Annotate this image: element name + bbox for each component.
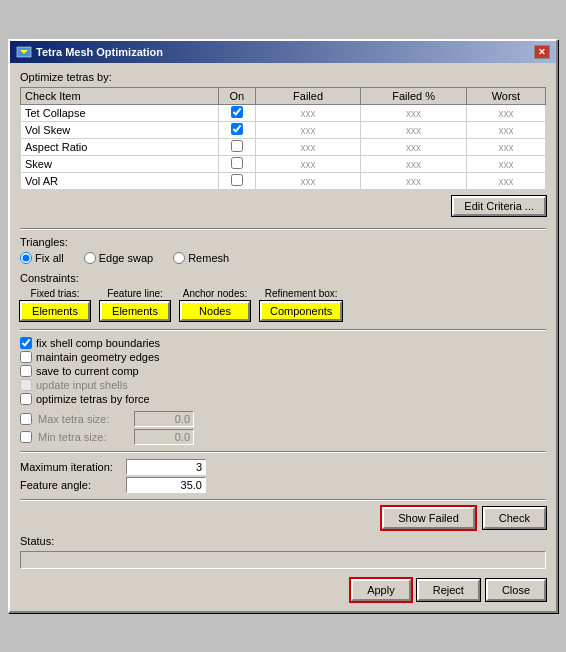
criteria-table: Check Item On Failed Failed % Worst Tet … (20, 87, 546, 190)
window-icon (16, 44, 32, 60)
cell-worst-2: xxx (466, 139, 545, 156)
cell-failedpct-3: xxx (361, 156, 467, 173)
constraint-btn-2[interactable]: Nodes (180, 301, 250, 321)
cell-failedpct-4: xxx (361, 173, 467, 190)
radio-fix-all[interactable]: Fix all (20, 252, 64, 264)
constraints-label: Constraints: (20, 272, 546, 284)
separator-3 (20, 451, 546, 453)
cell-worst-4: xxx (466, 173, 545, 190)
checkbox-label-2: save to current comp (36, 365, 139, 377)
constraint-group-0: Fixed trias: Elements (20, 288, 90, 321)
cell-name-4: Vol AR (21, 173, 219, 190)
size-input-row-1: Min tetra size: (20, 429, 546, 445)
checkbox-row-3: update input shells (20, 379, 546, 391)
checkbox-label-1: maintain geometry edges (36, 351, 160, 363)
checkbox-0[interactable] (20, 337, 32, 349)
cell-failedpct-0: xxx (361, 105, 467, 122)
feature-angle-input[interactable] (126, 477, 206, 493)
checkbox-row-0: fix shell comp boundaries (20, 337, 546, 349)
col-header-on: On (218, 88, 255, 105)
cell-worst-0: xxx (466, 105, 545, 122)
checkbox-2[interactable] (20, 365, 32, 377)
constraint-label-3: Refinement box: (265, 288, 338, 299)
checkbox-row-4: optimize tetras by force (20, 393, 546, 405)
size-input-1 (134, 429, 194, 445)
separator-2 (20, 329, 546, 331)
table-row: Skew xxx xxx xxx (21, 156, 546, 173)
show-failed-button[interactable]: Show Failed (382, 507, 475, 529)
constraint-btn-1[interactable]: Elements (100, 301, 170, 321)
constraint-label-2: Anchor nodes: (183, 288, 248, 299)
checkbox-row-1: maintain geometry edges (20, 351, 546, 363)
constraint-group-3: Refinement box: Components (260, 288, 342, 321)
cell-name-3: Skew (21, 156, 219, 173)
size-checkbox-1[interactable] (20, 431, 32, 443)
cell-name-0: Tet Collapse (21, 105, 219, 122)
size-label-0: Max tetra size: (38, 413, 128, 425)
radio-edge-swap[interactable]: Edge swap (84, 252, 153, 264)
checkbox-1[interactable] (20, 351, 32, 363)
cell-failed-1: xxx (255, 122, 361, 139)
iteration-label: Maximum iteration: (20, 461, 120, 473)
table-row: Tet Collapse xxx xxx xxx (21, 105, 546, 122)
window-title: Tetra Mesh Optimization (36, 46, 163, 58)
main-window: Tetra Mesh Optimization ✕ Optimize tetra… (8, 39, 558, 613)
bottom-button-row: Apply Reject Close (20, 575, 546, 603)
table-row: Vol Skew xxx xxx xxx (21, 122, 546, 139)
separator-4 (20, 499, 546, 501)
checkbox-label-3: update input shells (36, 379, 128, 391)
cell-failedpct-2: xxx (361, 139, 467, 156)
constraint-btn-3[interactable]: Components (260, 301, 342, 321)
radio-remesh[interactable]: Remesh (173, 252, 229, 264)
iteration-input[interactable] (126, 459, 206, 475)
checkbox-label-4: optimize tetras by force (36, 393, 150, 405)
cell-on-0[interactable] (218, 105, 255, 122)
cell-worst-1: xxx (466, 122, 545, 139)
constraints-row: Fixed trias: Elements Feature line: Elem… (20, 288, 546, 321)
constraint-group-1: Feature line: Elements (100, 288, 170, 321)
check-button[interactable]: Check (483, 507, 546, 529)
optimize-label: Optimize tetras by: (20, 71, 546, 83)
cell-failed-3: xxx (255, 156, 361, 173)
cell-failedpct-1: xxx (361, 122, 467, 139)
cell-failed-2: xxx (255, 139, 361, 156)
table-row: Aspect Ratio xxx xxx xxx (21, 139, 546, 156)
triangles-radio-group: Fix all Edge swap Remesh (20, 252, 546, 264)
size-input-0 (134, 411, 194, 427)
col-header-failedpct: Failed % (361, 88, 467, 105)
action-row: Show Failed Check (20, 507, 546, 529)
cell-on-1[interactable] (218, 122, 255, 139)
apply-button[interactable]: Apply (351, 579, 411, 601)
status-section: Status: (20, 535, 546, 569)
window-content: Optimize tetras by: Check Item On Failed… (10, 63, 556, 611)
checkbox-label-0: fix shell comp boundaries (36, 337, 160, 349)
separator-1 (20, 228, 546, 230)
constraint-label-1: Feature line: (107, 288, 163, 299)
edit-criteria-button[interactable]: Edit Criteria ... (452, 196, 546, 216)
constraint-group-2: Anchor nodes: Nodes (180, 288, 250, 321)
col-header-worst: Worst (466, 88, 545, 105)
status-box (20, 551, 546, 569)
cell-failed-0: xxx (255, 105, 361, 122)
feature-angle-label: Feature angle: (20, 479, 120, 491)
size-label-1: Min tetra size: (38, 431, 128, 443)
close-button[interactable]: Close (486, 579, 546, 601)
close-window-button[interactable]: ✕ (534, 45, 550, 59)
checkbox-row-2: save to current comp (20, 365, 546, 377)
constraint-label-0: Fixed trias: (31, 288, 80, 299)
cell-failed-4: xxx (255, 173, 361, 190)
feature-angle-row: Feature angle: (20, 477, 546, 493)
size-checkbox-0[interactable] (20, 413, 32, 425)
status-label: Status: (20, 535, 546, 547)
cell-on-2[interactable] (218, 139, 255, 156)
cell-name-2: Aspect Ratio (21, 139, 219, 156)
cell-on-4[interactable] (218, 173, 255, 190)
reject-button[interactable]: Reject (417, 579, 480, 601)
checkbox-3 (20, 379, 32, 391)
iteration-row: Maximum iteration: (20, 459, 546, 475)
constraint-btn-0[interactable]: Elements (20, 301, 90, 321)
cell-on-3[interactable] (218, 156, 255, 173)
checkbox-4[interactable] (20, 393, 32, 405)
col-header-checkitem: Check Item (21, 88, 219, 105)
checkbox-section: fix shell comp boundaries maintain geome… (20, 337, 546, 405)
